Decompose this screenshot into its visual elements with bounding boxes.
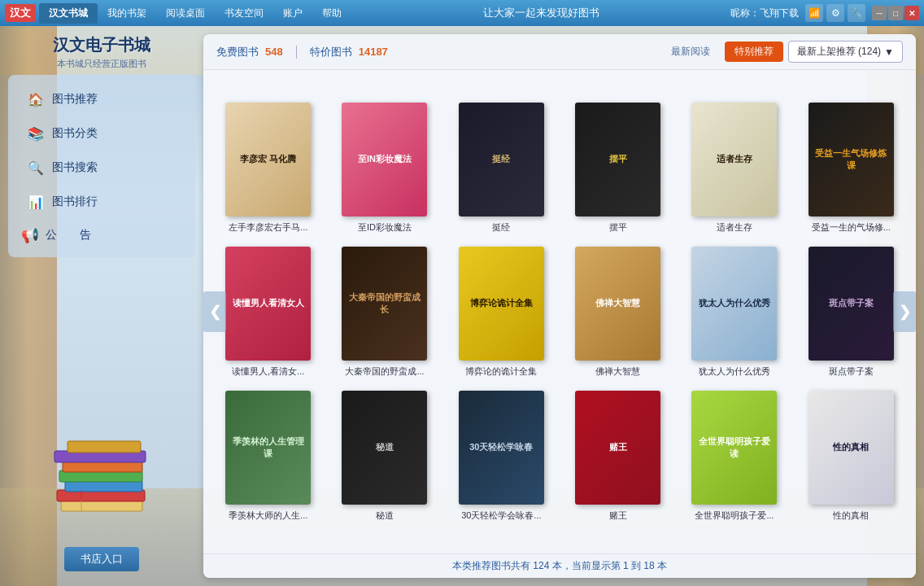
scroll-left-arrow[interactable]: ❮ (203, 291, 226, 332)
config-icon[interactable]: 🔧 (848, 4, 865, 22)
book-cover: 李彦宏 马化腾 (225, 103, 311, 216)
nav-tab-汉文书城[interactable]: 汉文书城 (39, 3, 98, 24)
book-item[interactable]: 挺经挺经 (450, 103, 553, 234)
sidebar-item-ranking-label: 图书排行 (52, 195, 98, 209)
book-title: 适者生存 (717, 221, 752, 234)
book-title: 摆平 (609, 221, 627, 234)
tab-latest-shelf-label: 最新上架推荐 (124) (797, 45, 881, 59)
sidebar: 汉文电子书城 本书城只经营正版图书 🏠 图书推荐 📚 图书分类 🔍 图书搜索 📊… (0, 26, 203, 586)
free-books-tab[interactable]: 免费图书 548 (216, 45, 283, 59)
nav-tabs: 汉文书城我的书架阅读桌面书友空间账户帮助 (39, 3, 351, 24)
main-layout: 汉文电子书城 本书城只经营正版图书 🏠 图书推荐 📚 图书分类 🔍 图书搜索 📊… (0, 26, 924, 586)
book-item[interactable]: 至IN彩妆魔法至ID彩妆魔法 (333, 103, 436, 234)
tab-special-recommend[interactable]: 特别推荐 (725, 42, 783, 62)
book-cover: 摆平 (575, 103, 660, 216)
book-item[interactable]: 适者生存适者生存 (682, 103, 786, 234)
sidebar-item-recommend[interactable]: 🏠 图书推荐 (13, 83, 190, 116)
maximize-button[interactable]: □ (888, 6, 903, 20)
book-item[interactable]: 全世界聪明孩子爱读全世界聪明孩子爱... (682, 391, 786, 522)
nav-tab-我的书架[interactable]: 我的书架 (98, 3, 156, 24)
book-title: 季羡林大师的人生... (229, 509, 307, 522)
book-item[interactable]: 读懂男人看清女人读懂男人,看清女... (216, 247, 320, 378)
scroll-right-arrow[interactable]: ❯ (893, 291, 916, 332)
book-cover: 季羡林的人生管理课 (225, 391, 311, 505)
book-cover: 受益一生气场修炼课 (808, 103, 894, 216)
nav-tab-帮助[interactable]: 帮助 (312, 3, 351, 24)
book-cover: 佛禅大智慧 (575, 247, 660, 361)
search-icon: 🔍 (26, 158, 46, 177)
book-item[interactable]: 秘道秘道 (333, 391, 436, 522)
book-cover: 全世界聪明孩子爱读 (691, 391, 777, 505)
app-logo: 汉文 (5, 4, 36, 22)
ranking-icon: 📊 (26, 192, 46, 212)
sidebar-header: 汉文电子书城 本书城只经营正版图书 (8, 34, 195, 70)
book-title: 犹太人为什么优秀 (699, 365, 770, 378)
sidebar-subtitle: 本书城只经营正版图书 (8, 58, 195, 70)
book-title: 挺经 (492, 221, 510, 234)
nav-tab-书友空间[interactable]: 书友空间 (215, 3, 273, 24)
book-title: 读懂男人,看清女... (232, 365, 304, 378)
svg-rect-6 (68, 441, 141, 453)
book-title: 30天轻松学会咏春... (461, 509, 541, 522)
book-item[interactable]: 博弈论诡计全集博弈论的诡计全集 (450, 247, 553, 378)
book-cover: 性的真相 (808, 391, 894, 505)
book-title: 性的真相 (833, 509, 869, 522)
book-title: 左手李彦宏右手马... (229, 221, 307, 234)
tab-latest-read[interactable]: 最新阅读 (661, 42, 720, 62)
book-item[interactable]: 李彦宏 马化腾左手李彦宏右手马... (216, 103, 320, 234)
tab-latest-shelf[interactable]: 最新上架推荐 (124) ▼ (788, 41, 903, 63)
book-title: 全世界聪明孩子爱... (695, 509, 774, 522)
sidebar-item-ranking[interactable]: 📊 图书排行 (13, 186, 190, 218)
sale-books-tab[interactable]: 特价图书 14187 (310, 45, 388, 59)
book-item[interactable]: 摆平摆平 (566, 103, 669, 234)
books-scroll: ❮ 李彦宏 马化腾左手李彦宏右手马...至IN彩妆魔法至ID彩妆魔法挺经挺经摆平… (203, 70, 916, 553)
status-text: 本类推荐图书共有 124 本，当前显示第 1 到 18 本 (452, 560, 667, 571)
close-button[interactable]: ✕ (904, 6, 919, 20)
book-item[interactable]: 犹太人为什么优秀犹太人为什么优秀 (682, 247, 786, 378)
book-item[interactable]: 季羡林的人生管理课季羡林大师的人生... (216, 391, 320, 522)
book-cover: 大秦帝国的野蛮成长 (342, 247, 427, 361)
sale-books-count: 14187 (359, 46, 388, 58)
sidebar-item-search[interactable]: 🔍 图书搜索 (13, 151, 190, 184)
book-item[interactable]: 赌王赌王 (566, 391, 669, 522)
free-books-count: 548 (265, 46, 283, 58)
tab-divider (296, 46, 297, 59)
status-bar: 本类推荐图书共有 124 本，当前显示第 1 到 18 本 (203, 553, 916, 578)
nav-tab-账户[interactable]: 账户 (273, 3, 312, 24)
content-area: 免费图书 548 特价图书 14187 最新阅读 特别推荐 最新上架推荐 (12… (203, 26, 924, 586)
sidebar-item-recommend-label: 图书推荐 (52, 92, 98, 107)
book-item[interactable]: 佛禅大智慧佛禅大智慧 (566, 247, 669, 378)
signal-icon[interactable]: 📶 (805, 4, 823, 22)
nav-tab-阅读桌面[interactable]: 阅读桌面 (156, 3, 215, 24)
book-item[interactable]: 30天轻松学咏春30天轻松学会咏春... (450, 391, 553, 522)
book-cover: 犹太人为什么优秀 (691, 247, 777, 361)
window-controls: ─ □ ✕ (872, 6, 919, 20)
titlebar: 汉文 汉文书城我的书架阅读桌面书友空间账户帮助 让大家一起来发现好图书 昵称：飞… (0, 0, 924, 26)
book-item[interactable]: 性的真相性的真相 (800, 391, 903, 522)
sidebar-item-classify[interactable]: 📚 图书分类 (13, 117, 190, 150)
settings-icon[interactable]: ⚙ (826, 4, 844, 22)
book-cover: 斑点带子案 (808, 247, 894, 361)
sidebar-announcement[interactable]: 📢 公 告 (8, 220, 195, 251)
announcement-icon: 📢 (21, 226, 39, 244)
book-cover: 适者生存 (691, 103, 777, 216)
book-cover: 秘道 (342, 391, 427, 505)
book-cover: 读懂男人看清女人 (225, 247, 311, 361)
book-title: 赌王 (609, 509, 627, 522)
book-title: 斑点带子案 (829, 365, 874, 378)
sidebar-item-search-label: 图书搜索 (52, 160, 98, 175)
book-title: 博弈论的诡计全集 (465, 365, 537, 378)
store-entrance-button[interactable]: 书店入口 (64, 547, 139, 571)
books-stack-image (8, 265, 195, 540)
book-cover: 至IN彩妆魔法 (342, 103, 427, 216)
book-title: 佛禅大智慧 (595, 365, 640, 378)
book-item[interactable]: 受益一生气场修炼课受益一生的气场修... (800, 103, 903, 234)
book-item[interactable]: 斑点带子案斑点带子案 (800, 247, 903, 378)
sidebar-bottom: 书店入口 (8, 540, 195, 578)
book-item[interactable]: 大秦帝国的野蛮成长大秦帝国的野蛮成... (333, 247, 436, 378)
minimize-button[interactable]: ─ (872, 6, 887, 20)
toolbar-icons: 📶 ⚙ 🔧 (805, 4, 865, 22)
book-cover: 赌王 (575, 391, 660, 505)
book-title: 大秦帝国的野蛮成... (345, 365, 424, 378)
books-grid-container: 李彦宏 马化腾左手李彦宏右手马...至IN彩妆魔法至ID彩妆魔法挺经挺经摆平摆平… (203, 93, 916, 531)
